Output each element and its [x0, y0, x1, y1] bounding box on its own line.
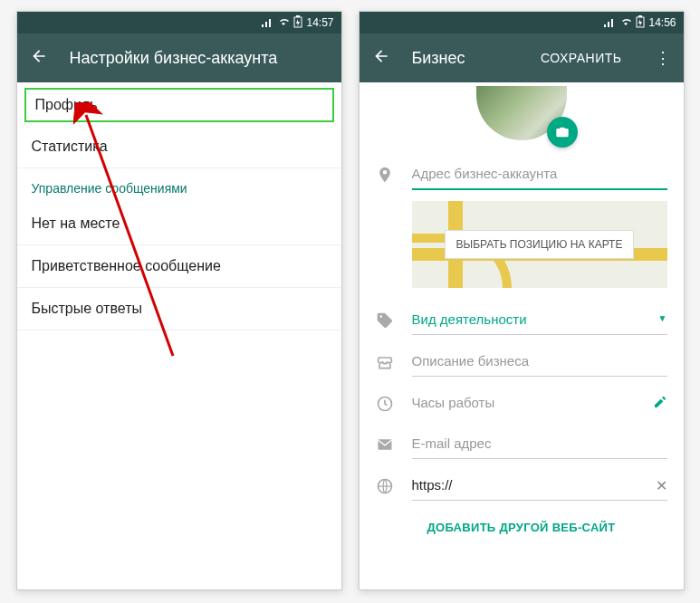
battery-icon [293, 15, 302, 31]
app-bar: Бизнес СОХРАНИТЬ ⋮ [360, 34, 684, 82]
menu-stats[interactable]: Статистика [17, 126, 341, 168]
app-title: Бизнес [412, 49, 519, 68]
signal-icon [261, 17, 273, 28]
back-icon[interactable] [372, 47, 390, 70]
app-bar: Настройки бизнес-аккаунта [17, 34, 341, 82]
website-input[interactable] [412, 472, 667, 501]
signal-icon [603, 17, 616, 28]
menu-away[interactable]: Нет на месте [17, 203, 341, 245]
map-preview[interactable]: ВЫБРАТЬ ПОЗИЦИЮ НА КАРТЕ [412, 201, 667, 288]
camera-button[interactable] [547, 117, 578, 148]
clear-icon[interactable]: ✕ [656, 477, 667, 494]
section-messages: Управление сообщениями [17, 168, 341, 203]
add-website-button[interactable]: ДОБАВИТЬ ДРУГОЙ ВЕБ-САЙТ [360, 504, 684, 547]
status-bar: 14:57 [17, 12, 341, 34]
svg-rect-1 [296, 15, 300, 17]
pick-on-map-button[interactable]: ВЫБРАТЬ ПОЗИЦИЮ НА КАРТЕ [445, 230, 635, 259]
app-title: Настройки бизнес-аккаунта [70, 49, 329, 68]
email-icon [376, 430, 396, 457]
profile-form: ВЫБРАТЬ ПОЗИЦИЮ НА КАРТЕ Вид деятельност… [360, 82, 684, 589]
menu-greeting[interactable]: Приветственное сообщение [17, 245, 341, 288]
status-time: 14:57 [306, 16, 333, 29]
email-input[interactable] [412, 430, 667, 459]
save-button[interactable]: СОХРАНИТЬ [541, 51, 622, 65]
clock-icon [376, 389, 396, 416]
settings-list: Профиль Статистика Управление сообщениям… [17, 82, 341, 589]
menu-profile[interactable]: Профиль [24, 88, 334, 122]
hours-field[interactable]: Часы работы [412, 389, 667, 417]
avatar-area [360, 82, 684, 151]
description-input[interactable] [412, 348, 667, 377]
svg-rect-6 [378, 439, 391, 450]
category-select[interactable]: Вид деятельности [412, 306, 667, 335]
phone-left: 14:57 Настройки бизнес-аккаунта Профиль … [16, 11, 342, 590]
menu-quick[interactable]: Быстрые ответы [17, 288, 341, 330]
overflow-menu-icon[interactable]: ⋮ [644, 48, 671, 68]
location-icon [376, 160, 396, 187]
tag-icon [376, 306, 396, 333]
battery-icon [636, 15, 645, 31]
status-time: 14:56 [648, 16, 676, 29]
address-input[interactable] [412, 160, 667, 190]
wifi-icon [277, 16, 290, 30]
phone-right: 14:56 Бизнес СОХРАНИТЬ ⋮ ВЫБРАТЬ ПОЗИЦИЮ… [359, 11, 685, 590]
status-bar: 14:56 [360, 12, 684, 34]
globe-icon [376, 472, 396, 499]
wifi-icon [619, 16, 632, 30]
back-icon[interactable] [30, 47, 48, 70]
chevron-down-icon: ▼ [658, 313, 667, 323]
edit-icon[interactable] [653, 395, 667, 413]
svg-rect-4 [638, 15, 642, 17]
store-icon [376, 348, 396, 375]
